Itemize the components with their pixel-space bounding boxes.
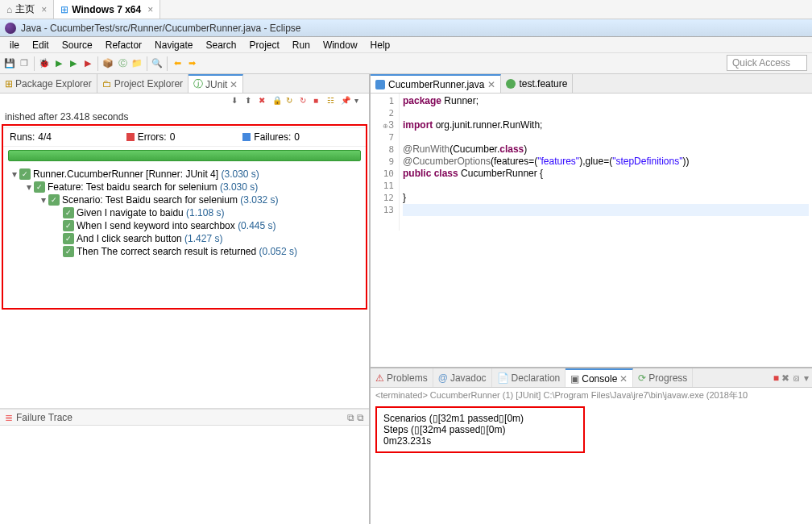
stop-icon[interactable]: ■ [313,96,325,107]
java-file-icon [375,80,385,89]
rerun-fail-icon[interactable]: ↻ [300,96,311,107]
close-icon[interactable]: ✕ [619,373,628,385]
tree-step[interactable]: ✓ Given I navigate to baidu (1.108 s) [3,206,366,219]
remove-icon[interactable]: ✖ [781,372,789,384]
eclipse-title-bar: Java - CucumberTest/src/Runner/CucumberR… [0,19,812,37]
menu-edit[interactable]: Edit [26,40,56,51]
tree-scenario[interactable]: ▾ ✓ Scenario: Test Baidu search for sele… [3,193,366,206]
pin-icon[interactable]: 📌 [341,96,352,107]
tree-step[interactable]: ✓ And I click search button (1.427 s) [3,232,366,245]
tree-feature[interactable]: ▾ ✓ Feature: Test baidu search for selen… [3,181,366,193]
test-pass-icon: ✓ [63,233,74,244]
tab-declaration[interactable]: 📄 Declaration [492,368,566,387]
nav-forward-icon[interactable]: ➡ [185,57,198,70]
close-icon[interactable]: ✕ [487,79,495,90]
tab-problems[interactable]: ⚠ Problems [371,368,433,387]
problems-icon: ⚠ [375,372,384,384]
junit-results-highlight: Runs: 4/4 Errors: 0 Failures: 0 ▾ [2,124,367,310]
step-time: (1.108 s) [186,207,224,218]
tab-label: Progress [648,372,687,384]
console-toolbar: ■ ✖ ⦻ ▾ [770,368,812,387]
code-editor[interactable]: 1 2 ⊕3 7 8 9 10 11 12 13 package Runner;… [371,94,812,231]
search-icon[interactable]: 🔍 [151,57,164,70]
run-icon[interactable]: ▶ [52,57,65,70]
next-fail-icon[interactable]: ⬇ [231,96,242,107]
prev-fail-icon[interactable]: ⬆ [245,96,256,107]
tab-label: JUnit [205,79,227,90]
browser-tab-home[interactable]: ⌂ 主页 × [0,0,54,19]
nav-back-icon[interactable]: ⬅ [171,57,184,70]
close-icon[interactable]: ✕ [230,79,238,90]
quick-access-input[interactable]: Quick Access [727,55,807,71]
editor-tab-label: test.feature [519,78,567,89]
history-icon[interactable]: ☷ [327,96,338,107]
tree-step[interactable]: ✓ When I send keyword into searchbox (0.… [3,219,366,232]
step-time: (1.427 s) [184,233,222,244]
step-time: (0.052 s) [259,246,297,257]
errors-label: Errors: [138,131,167,143]
menu-help[interactable]: Help [364,40,397,51]
junit-finished-status: inished after 23.418 seconds [0,110,369,124]
menu-icon[interactable]: ▾ [354,96,366,107]
expand-icon[interactable]: ▾ [24,181,34,193]
tab-junit[interactable]: ⓙ JUnit ✕ [188,74,243,93]
menu-file[interactable]: ile [3,40,26,51]
save-icon[interactable]: 💾 [3,57,16,70]
browser-tab-vm[interactable]: ⊞ Windows 7 x64 × [54,0,160,19]
browser-tab-home-label: 主页 [15,2,35,16]
tab-javadoc[interactable]: @ Javadoc [433,368,492,387]
close-icon[interactable]: × [147,4,153,15]
menu-window[interactable]: Window [317,40,364,51]
code-area[interactable]: package Runner; import org.junit.runner.… [400,94,812,231]
editor-tab-testfeature[interactable]: test.feature [501,74,573,93]
menu-navigate[interactable]: Navigate [148,40,199,51]
progress-icon: ⟳ [638,372,646,384]
save-all-icon[interactable]: ❐ [18,57,31,70]
tab-progress[interactable]: ⟳ Progress [633,368,693,387]
menu-source[interactable]: Source [56,40,99,51]
external-run-icon[interactable]: ▶ [81,57,94,70]
menu-run[interactable]: Run [286,40,317,51]
tab-project-explorer[interactable]: 🗀 Project Explorer [97,74,188,93]
terminate-icon[interactable]: ■ [773,372,779,384]
expand-icon[interactable]: ▾ [39,194,48,206]
lock-icon[interactable]: 🔒 [272,96,284,107]
editor-tab-label: CucumberRunner.java [388,79,484,90]
console-output: Scenarios (▯[32m1 passed▯[0m) Steps (▯[3… [371,403,812,524]
tab-label: Package Explorer [15,78,92,89]
junit-runs: Runs: 4/4 [10,131,126,143]
stacktrace-icon: ≣ [5,412,13,423]
tree-step[interactable]: ✓ Then The correct search result is retu… [3,245,366,258]
tree-feature-label: Feature: Test baidu search for selenium [48,181,218,193]
tree-root-label: Runner.CucumberRunner [Runner: JUnit 4] [33,168,218,180]
remove-all-icon[interactable]: ⦻ [792,372,802,384]
tree-root[interactable]: ▾ ✓ Runner.CucumberRunner [Runner: JUnit… [3,168,366,181]
home-icon: ⌂ [6,4,12,15]
close-icon[interactable]: × [41,4,47,15]
menu-icon[interactable]: ▾ [804,372,809,384]
compare-icon[interactable]: ⧉ [357,412,364,423]
browser-tab-vm-label: Windows 7 x64 [72,4,141,15]
junit-counts-row: Runs: 4/4 Errors: 0 Failures: 0 [3,127,366,147]
tab-console[interactable]: ▣ Console ✕ [566,368,633,387]
run-icon[interactable]: ▶ [67,57,80,70]
failure-trace-header: ≣ Failure Trace ⧉ ⧉ [0,408,369,426]
show-fail-icon[interactable]: ✖ [259,96,270,107]
rerun-icon[interactable]: ↻ [286,96,297,107]
console-icon: ▣ [570,373,579,385]
new-package-icon[interactable]: 📦 [102,57,114,70]
menu-project[interactable]: Project [243,40,286,51]
step-label: And I click search button [77,233,182,244]
console-line: Scenarios (▯[32m1 passed▯[0m) [383,413,577,424]
expand-icon[interactable]: ▾ [10,168,19,180]
package-explorer-icon: ⊞ [5,78,13,89]
tab-package-explorer[interactable]: ⊞ Package Explorer [0,74,97,93]
new-folder-icon[interactable]: 📁 [130,57,143,70]
menu-refactor[interactable]: Refactor [99,40,148,51]
editor-tab-cucumberrunner[interactable]: CucumberRunner.java ✕ [371,74,501,93]
menu-search[interactable]: Search [199,40,242,51]
new-class-icon[interactable]: Ⓒ [116,57,129,70]
editor-tab-strip: CucumberRunner.java ✕ test.feature [371,74,812,94]
filter-icon[interactable]: ⧉ [347,412,354,423]
debug-icon[interactable]: 🐞 [38,57,51,70]
